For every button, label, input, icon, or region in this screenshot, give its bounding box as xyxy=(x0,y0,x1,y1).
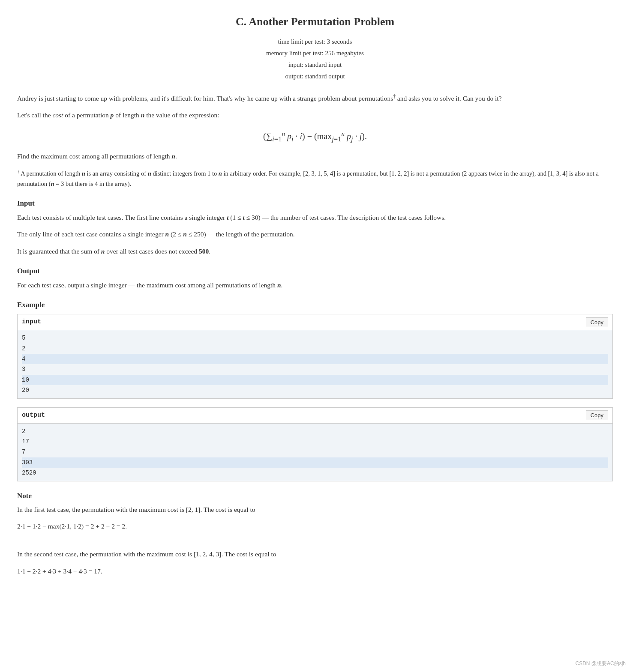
input-example-block: input Copy 5 2 4 3 10 20 xyxy=(17,314,613,398)
input-code-block: 5 2 4 3 10 20 xyxy=(18,330,612,398)
note-line1: In the first test case, the permutation … xyxy=(17,504,613,515)
output-type: output: standard output xyxy=(17,71,613,82)
input-line-2: 2 xyxy=(22,343,608,354)
input-line-6: 20 xyxy=(22,385,608,395)
footnote-text: † A permutation of length n is an array … xyxy=(17,168,613,189)
cost-definition: Let's call the cost of a permutation p o… xyxy=(17,110,613,121)
input-type: input: standard input xyxy=(17,59,613,71)
output-code-block: 2 17 7 303 2529 xyxy=(18,424,612,481)
intro-text: Andrey is just starting to come up with … xyxy=(17,93,613,104)
note-math2: 1·1 + 2·2 + 4·3 + 3·4 − 4·3 = 17. xyxy=(17,566,613,577)
output-example-block: output Copy 2 17 7 303 2529 xyxy=(17,407,613,481)
output-example-header: output Copy xyxy=(18,408,612,424)
input-copy-button[interactable]: Copy xyxy=(586,317,608,327)
meta-info: time limit per test: 3 seconds memory li… xyxy=(17,36,613,82)
page-title: C. Another Permutation Problem xyxy=(17,13,613,31)
input-header: Input xyxy=(17,197,613,209)
output-line1: For each test case, output a single inte… xyxy=(17,280,613,291)
output-copy-button[interactable]: Copy xyxy=(586,410,608,420)
input-label: input xyxy=(22,317,41,327)
input-example-header: input Copy xyxy=(18,314,612,330)
time-limit: time limit per test: 3 seconds xyxy=(17,36,613,48)
output-line-2: 17 xyxy=(22,436,608,447)
memory-limit: memory limit per test: 256 megabytes xyxy=(17,48,613,59)
output-line-3: 7 xyxy=(22,447,608,457)
output-header: Output xyxy=(17,265,613,277)
input-line-4: 3 xyxy=(22,364,608,374)
input-line1: Each test consists of multiple test case… xyxy=(17,212,613,223)
input-line-5: 10 xyxy=(22,375,608,385)
formula: (∑i=1n pi · i) − (maxj=1n pj · j). xyxy=(17,128,613,145)
example-label: Example xyxy=(17,299,613,311)
note-line2: In the second test case, the permutation… xyxy=(17,549,613,560)
input-line2: The only line of each test case contains… xyxy=(17,229,613,240)
find-max: Find the maximum cost among all permutat… xyxy=(17,151,613,162)
note-math1: 2·1 + 1·2 − max(2·1, 1·2) = 2 + 2 − 2 = … xyxy=(17,521,613,532)
output-line-1: 2 xyxy=(22,426,608,436)
output-line-5: 2529 xyxy=(22,468,608,478)
input-line3: It is guaranteed that the sum of n over … xyxy=(17,246,613,257)
output-line-4: 303 xyxy=(22,457,608,468)
input-line-1: 5 xyxy=(22,333,608,343)
input-line-3: 4 xyxy=(22,354,608,364)
output-label: output xyxy=(22,410,45,421)
note-header: Note xyxy=(17,490,613,502)
